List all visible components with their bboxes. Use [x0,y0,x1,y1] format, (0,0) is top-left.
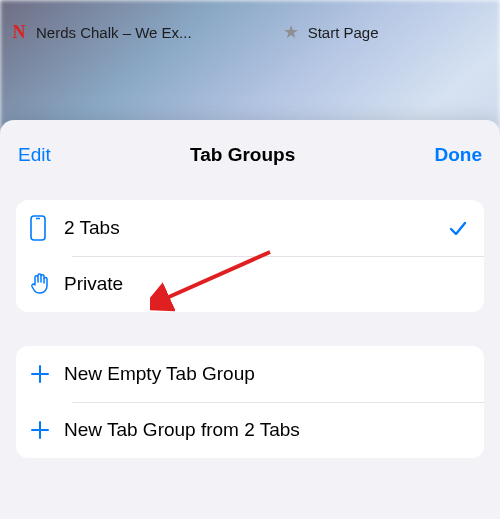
done-button[interactable]: Done [435,144,483,166]
tab-group-2tabs[interactable]: 2 Tabs [16,200,484,256]
tab-group-private[interactable]: Private [16,256,484,312]
sheet-title: Tab Groups [190,144,295,166]
edit-button[interactable]: Edit [18,144,51,166]
action-label: New Empty Tab Group [64,363,468,385]
sheet-header: Edit Tab Groups Done [0,120,500,190]
plus-icon [30,420,64,440]
tab-groups-list: 2 Tabs Private [16,200,484,312]
tab-group-label: 2 Tabs [64,217,440,239]
browser-tab-0[interactable]: N Nerds Chalk – We Ex... [10,23,192,41]
tab-group-actions: New Empty Tab Group New Tab Group from 2… [16,346,484,458]
browser-tab-title: Start Page [308,24,379,41]
new-tab-group-from-tabs[interactable]: New Tab Group from 2 Tabs [16,402,484,458]
hand-icon [30,272,64,296]
tab-group-label: Private [64,273,440,295]
plus-icon [30,364,64,384]
browser-tab-strip: N Nerds Chalk – We Ex... ★ Start Page [0,0,500,56]
svg-rect-0 [31,216,45,240]
tab-groups-sheet: Edit Tab Groups Done 2 Tabs [0,120,500,519]
browser-tab-title: Nerds Chalk – We Ex... [36,24,192,41]
device-icon [30,215,64,241]
favicon-n-icon: N [10,23,28,41]
new-empty-tab-group[interactable]: New Empty Tab Group [16,346,484,402]
action-label: New Tab Group from 2 Tabs [64,419,468,441]
checkmark-icon [440,218,468,238]
browser-tab-1[interactable]: ★ Start Page [282,23,379,41]
favicon-star-icon: ★ [282,23,300,41]
